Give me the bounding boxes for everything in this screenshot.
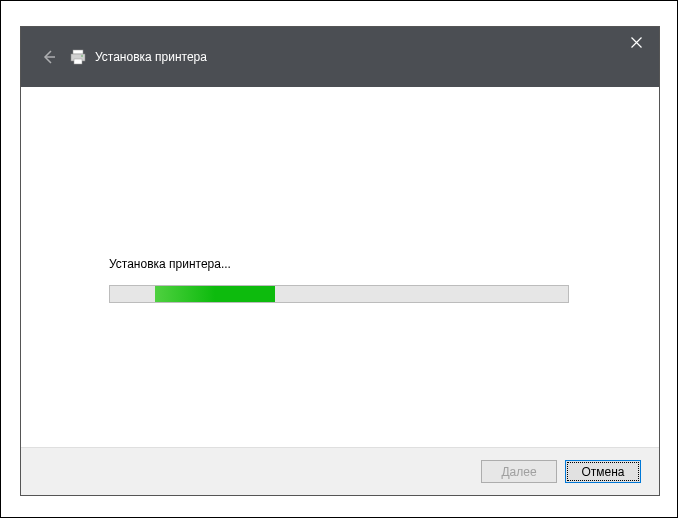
content-area: Установка принтера... <box>21 87 659 447</box>
close-button[interactable] <box>614 27 659 57</box>
next-button: Далее <box>481 460 557 483</box>
printer-icon <box>69 48 87 66</box>
progress-fill <box>155 286 275 302</box>
close-icon <box>631 37 642 48</box>
window-title: Установка принтера <box>95 50 207 64</box>
svg-point-3 <box>81 55 83 57</box>
back-arrow-icon <box>41 49 57 65</box>
outer-frame: Установка принтера Установка принтера...… <box>0 0 678 518</box>
button-bar: Далее Отмена <box>21 447 659 495</box>
titlebar: Установка принтера <box>21 27 659 87</box>
svg-rect-0 <box>73 50 83 54</box>
progress-bar <box>109 285 569 303</box>
back-button[interactable] <box>39 47 59 67</box>
svg-rect-2 <box>74 59 82 64</box>
cancel-button[interactable]: Отмена <box>565 460 641 483</box>
status-text: Установка принтера... <box>109 257 231 271</box>
dialog-window: Установка принтера Установка принтера...… <box>20 26 660 496</box>
